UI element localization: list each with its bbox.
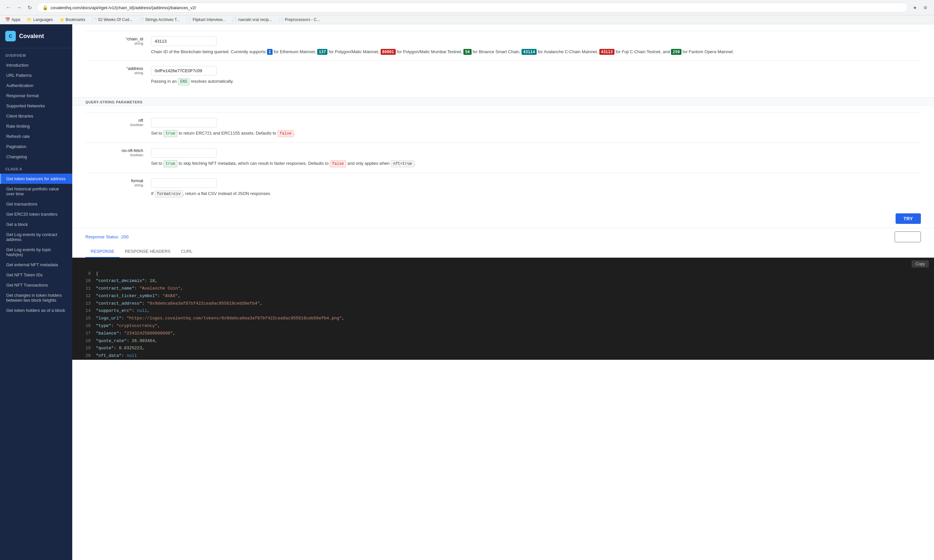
line-content-9: { [96, 271, 929, 277]
bookmark-preprocessors[interactable]: 📄 Preprocessors - C... [277, 17, 321, 23]
bookmark-languages[interactable]: 📁 Languages [26, 17, 54, 23]
nft-name: nft [85, 118, 143, 123]
code-line-14: 14 "supports_erc": null, [72, 307, 934, 315]
copy-button[interactable]: Copy [912, 260, 929, 268]
sidebar-item-authentication[interactable]: Authentication [0, 80, 72, 91]
chain-id-label: chain_id string [85, 37, 151, 55]
address-bar[interactable]: 🔒 covalenthq.com/docs/api/#get-/v1/{chai… [37, 3, 908, 12]
nft-input[interactable] [151, 118, 217, 128]
sidebar-item-get-log-events-contract[interactable]: Get Log events by contract address [0, 229, 72, 245]
address-content: Passing in an ENS resolves automatically… [151, 66, 921, 85]
no-nft-true-badge: true [163, 160, 178, 168]
nft-content: Set to true to return ERC721 and ERC1155… [151, 118, 921, 137]
format-type: string [85, 183, 143, 187]
code-line-16: 16 "type": "cryptocurrency", [72, 322, 934, 330]
no-nft-fetch-input[interactable] [151, 148, 217, 158]
address-name: address [85, 66, 143, 71]
format-param-row: format string If format=csv, return a fl… [85, 173, 921, 203]
format-name: format [85, 178, 143, 183]
main-layout: C Covalent Overview Introduction URL Pat… [0, 24, 934, 560]
bookmark-strings[interactable]: 📄 Strings Archives T... [137, 17, 181, 23]
sidebar-item-introduction[interactable]: Introduction [0, 60, 72, 70]
network-43113-badge: 43113 [600, 49, 615, 55]
url-text: covalenthq.com/docs/api/#get-/v1/{chain_… [51, 5, 196, 10]
try-button[interactable]: TRY [895, 213, 921, 224]
bookmark-apps[interactable]: 📅 Apps [4, 17, 22, 23]
line-content-12: "contract_ticker_symbol": "AVAX", [96, 293, 929, 300]
sidebar-item-response-format[interactable]: Response format [0, 91, 72, 101]
network-80001-badge: 80001 [381, 49, 396, 55]
forward-button[interactable]: → [14, 3, 24, 12]
line-content-18: "quote_rate": 26.993464, [96, 338, 929, 345]
sidebar-item-get-token-holder-changes[interactable]: Get changes in token holders between two… [0, 290, 72, 305]
overview-section-title: Overview [0, 48, 72, 60]
sidebar-item-client-libraries[interactable]: Client libraries [0, 111, 72, 121]
nft-true-badge-inline: nft=true [391, 160, 415, 168]
line-content-20: "nft_data": null [96, 352, 929, 360]
code-line-15: 15 "logo_url": "https://logos.covalenthq… [72, 315, 934, 322]
sidebar-item-get-log-events-topic[interactable]: Get Log events by topic hash(es) [0, 245, 72, 260]
bookmark-navratri[interactable]: 📄 navratri vrat recip... [231, 17, 273, 23]
sidebar-item-get-erc20-transfers[interactable]: Get ERC20 token transfers [0, 209, 72, 219]
sidebar-item-get-nft-token-ids[interactable]: Get NFT Token IDs [0, 270, 72, 280]
no-nft-false-badge: false [330, 160, 346, 168]
sidebar-item-get-historical-portfolio[interactable]: Get historical portfolio value over time [0, 184, 72, 199]
extensions-button[interactable]: ⚙ [921, 3, 930, 12]
star-button[interactable]: ★ [910, 3, 920, 12]
query-params-section: nft boolean Set to true to return ERC721… [72, 106, 934, 209]
clear-button[interactable]: CLEAR [895, 231, 921, 242]
sidebar-item-url-patterns[interactable]: URL Patterns [0, 70, 72, 80]
logo-text: Covalent [19, 33, 44, 40]
code-line-13: 13 "contract_address": "0x9debca6ea3af87… [72, 300, 934, 308]
sidebar-item-get-token-holders-block[interactable]: Get token holders as of a block [0, 305, 72, 315]
try-button-row: TRY [72, 209, 934, 228]
no-nft-fetch-name: no-nft-fetch [85, 148, 143, 153]
sidebar-item-pagination[interactable]: Pagination [0, 142, 72, 152]
sidebar-item-get-external-nft[interactable]: Get external NFT metadata [0, 260, 72, 270]
line-content-19: "quote": 0.6325223, [96, 345, 929, 352]
lock-icon: 🔒 [42, 5, 48, 10]
format-content: If format=csv, return a flat CSV instead… [151, 178, 921, 198]
line-content-13: "contract_address": "0x9debca6ea3af87bf4… [96, 300, 929, 307]
tab-curl[interactable]: CURL [176, 246, 198, 258]
tab-response-headers[interactable]: RESPONSE HEADERS [120, 246, 176, 258]
sidebar-item-rate-limiting[interactable]: Rate limiting [0, 121, 72, 131]
sidebar: C Covalent Overview Introduction URL Pat… [0, 24, 72, 560]
address-label: address string [85, 66, 151, 85]
sidebar-item-supported-networks[interactable]: Supported Networks [0, 101, 72, 111]
query-string-header: QUERY-STRING PARAMETERS [72, 97, 934, 106]
line-num-9: 9 [77, 271, 91, 277]
sidebar-item-changelog[interactable]: Changelog [0, 152, 72, 162]
sidebar-item-get-a-block[interactable]: Get a block [0, 219, 72, 229]
format-description: If format=csv, return a flat CSV instead… [151, 191, 921, 198]
format-input[interactable] [151, 178, 217, 188]
format-label: format string [85, 178, 151, 198]
back-button[interactable]: ← [4, 3, 13, 12]
bookmark-52weeks[interactable]: 📄 52 Weeks Of Cod... [91, 17, 134, 23]
line-num-19: 19 [77, 345, 91, 352]
bookmark-bookmarks[interactable]: ⭐ Bookmarks [58, 17, 87, 23]
line-num-16: 16 [77, 323, 91, 329]
sidebar-item-refresh-rate[interactable]: Refresh rate [0, 131, 72, 142]
sidebar-item-get-nft-transactions[interactable]: Get NFT Transactions [0, 280, 72, 290]
code-line-10: 10 "contract_decimals": 18, [72, 277, 934, 285]
code-line-11: 11 "contract_name": "Avalanche Coin", [72, 285, 934, 292]
browser-action-buttons: ★ ⚙ [910, 3, 930, 12]
network-250-badge: 250 [671, 49, 681, 55]
line-content-10: "contract_decimals": 18, [96, 278, 929, 285]
browser-chrome: ← → ↻ 🔒 covalenthq.com/docs/api/#get-/v1… [0, 0, 934, 15]
bookmark-flipkart[interactable]: 📄 Flipkart Interview... [185, 17, 227, 23]
chain-id-input[interactable] [151, 37, 217, 46]
tab-response[interactable]: RESPONSE [85, 246, 120, 258]
nft-false-badge: false [277, 130, 294, 137]
sidebar-item-get-transactions[interactable]: Get transactions [0, 199, 72, 209]
line-num-18: 18 [77, 338, 91, 345]
sidebar-item-get-token-balances[interactable]: Get token balances for address [0, 174, 72, 184]
reload-button[interactable]: ↻ [25, 3, 34, 12]
chain-id-description: Chain ID of the Blockchain being queried… [151, 49, 921, 55]
no-nft-fetch-label: no-nft-fetch boolean [85, 148, 151, 168]
address-input[interactable] [151, 66, 217, 75]
content-area: chain_id string Chain ID of the Blockcha… [72, 24, 934, 560]
address-type: string [85, 71, 143, 75]
line-content-16: "type": "cryptocurrency", [96, 323, 929, 329]
